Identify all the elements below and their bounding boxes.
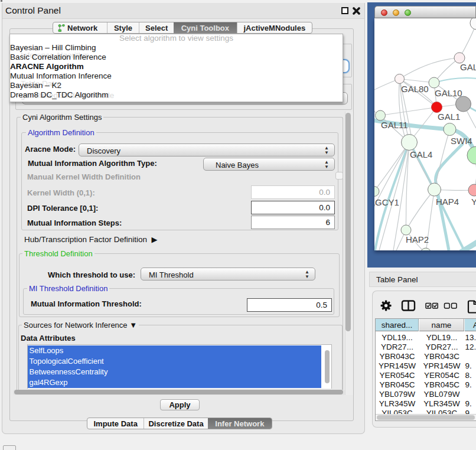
svg-text:GAL80: GAL80 [401,84,429,94]
svg-text:GCY1: GCY1 [375,197,399,207]
svg-text:HAP2: HAP2 [406,234,429,244]
svg-text:GAL4: GAL4 [410,149,432,159]
svg-text:HAP4: HAP4 [436,197,459,207]
svg-text:GAL1: GAL1 [438,112,460,122]
svg-text:GAL11: GAL11 [381,120,408,130]
svg-text:Y: Y [471,197,476,207]
svg-text:GAL10: GAL10 [435,88,462,98]
svg-text:SWI4: SWI4 [451,136,472,146]
svg-text:GAL7: GAL7 [460,62,476,72]
